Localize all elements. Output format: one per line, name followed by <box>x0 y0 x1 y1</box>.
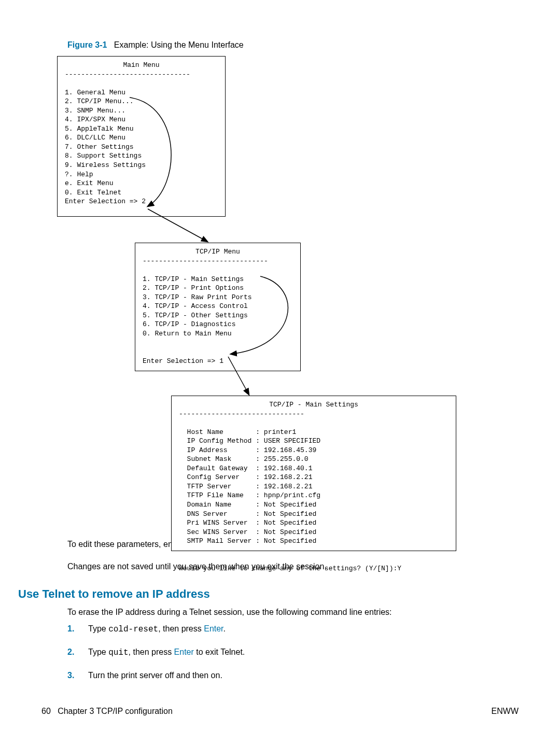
main-menu-box: Main Menu-------------------------------… <box>57 56 226 217</box>
figure-caption-text <box>109 40 114 49</box>
step-2-mid: , then press <box>129 648 174 656</box>
enter-key: Enter <box>204 624 223 633</box>
section-heading-use-telnet: Use Telnet to remove an IP address <box>18 587 508 601</box>
enter-key: Enter <box>174 648 194 656</box>
settings-title: TCP/IP - Main Settings <box>179 400 449 410</box>
step-3-text: Turn the print server off and then on. <box>88 671 222 680</box>
step-1-post: . <box>223 624 226 633</box>
page-footer: 60 Chapter 3 TCP/IP configuration ENWW <box>41 707 519 716</box>
footer-right: ENWW <box>492 707 519 716</box>
footer-left: 60 Chapter 3 TCP/IP configuration <box>41 707 173 716</box>
step-1-code: cold-reset <box>108 625 158 634</box>
tcpip-menu-body: 1. TCP/IP - Main Settings 2. TCP/IP - Pr… <box>143 275 252 365</box>
step-2: Type quit, then press Enter to exit Teln… <box>67 646 508 659</box>
tcpip-menu-title: TCP/IP Menu <box>143 247 293 257</box>
step-2-code: quit <box>108 648 128 657</box>
settings-dashes: ------------------------------- <box>179 410 449 419</box>
menu-interface-diagram: Main Menu-------------------------------… <box>52 56 508 533</box>
main-menu-dashes: ------------------------------- <box>65 70 218 79</box>
tcpip-menu-dashes: ------------------------------- <box>143 257 293 266</box>
page-number: 60 <box>41 707 51 715</box>
chapter-title: Chapter 3 TCP/IP configuration <box>58 707 173 715</box>
figure-number: Figure 3-1 <box>67 40 107 49</box>
step-2-post: to exit Telnet. <box>194 648 245 656</box>
section-intro: To erase the IP address during a Telnet … <box>67 606 508 619</box>
settings-body: Host Name : printer1 IP Config Method : … <box>179 428 401 572</box>
main-menu-title: Main Menu <box>65 61 218 70</box>
tcpip-menu-box: TCP/IP Menu-----------------------------… <box>135 243 301 371</box>
tcpip-main-settings-box: TCP/IP - Main Settings------------------… <box>171 396 456 551</box>
step-2-pre: Type <box>88 648 108 656</box>
figure-caption: Figure 3-1 Example: Using the Menu Inter… <box>67 40 508 50</box>
step-1-mid: , then press <box>158 624 204 633</box>
figure-caption-text: Example: Using the Menu Interface <box>114 40 244 49</box>
step-1: Type cold-reset, then press Enter. <box>67 623 508 636</box>
steps-list: Type cold-reset, then press Enter. Type … <box>67 623 508 682</box>
main-menu-body: 1. General Menu 2. TCP/IP Menu... 3. SNM… <box>65 89 146 206</box>
step-1-pre: Type <box>88 624 108 633</box>
p1-pre: To edit these parameters, enter <box>67 540 185 549</box>
step-3: Turn the print server off and then on. <box>67 669 508 682</box>
